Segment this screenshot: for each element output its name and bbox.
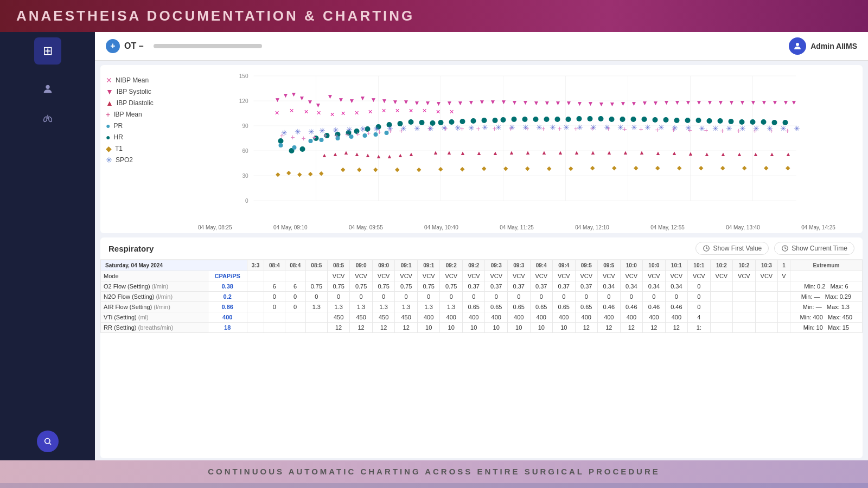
svg-text:▼: ▼ <box>414 99 420 107</box>
svg-text:✳: ✳ <box>536 123 542 132</box>
sidebar: ⊞ <box>0 32 95 460</box>
svg-text:◆: ◆ <box>503 165 508 171</box>
svg-point-42 <box>482 118 487 123</box>
show-first-value-button[interactable]: Show First Value <box>695 242 769 255</box>
show-current-time-button[interactable]: Show Current Time <box>774 242 854 255</box>
svg-text:✳: ✳ <box>333 126 339 134</box>
svg-text:▲: ▲ <box>786 151 792 157</box>
svg-point-45 <box>512 117 517 122</box>
svg-text:▼: ▼ <box>436 100 442 107</box>
content-area: + OT – Admin AIIMS ✕ NIBP Mean <box>95 32 868 460</box>
svg-text:✳: ✳ <box>346 125 353 134</box>
svg-text:◆: ◆ <box>276 171 280 177</box>
svg-text:◆: ◆ <box>525 165 530 171</box>
legend-hr: ● HR <box>106 133 176 142</box>
svg-text:▲: ▲ <box>354 151 360 157</box>
row-label: RR (Setting) (breaths/min) <box>101 323 208 333</box>
svg-text:+: + <box>367 129 371 137</box>
svg-text:✕: ✕ <box>381 107 386 114</box>
t1-dots: ◆◆◆ ◆◆ ◆◆◆ ◆◆◆ ◆◆◆ ◆◆◆ ◆◆◆ ◆◆◆ ◆◆◆ ◆ <box>276 164 790 177</box>
svg-text:✕: ✕ <box>289 107 294 114</box>
svg-text:▼: ▼ <box>544 99 551 107</box>
svg-point-57 <box>642 117 647 122</box>
svg-text:◆: ◆ <box>655 164 660 171</box>
svg-text:◆: ◆ <box>395 166 400 172</box>
svg-text:✳: ✳ <box>577 123 583 132</box>
sidebar-item-user[interactable] <box>37 78 59 100</box>
x-axis-labels: 04 May, 08:25 04 May, 09:10 04 May, 09:5… <box>176 224 857 230</box>
svg-text:▼: ▼ <box>291 91 297 98</box>
svg-point-68 <box>761 119 767 125</box>
svg-point-76 <box>349 134 354 139</box>
svg-text:◆: ◆ <box>612 164 617 171</box>
sidebar-logo[interactable]: ⊞ <box>34 37 61 65</box>
svg-point-62 <box>696 118 701 123</box>
svg-text:✳: ✳ <box>590 123 597 132</box>
svg-text:✳: ✳ <box>550 123 556 132</box>
table-row: O2 Flow (Setting) (l/min) 0.38 6 6 0.75 … <box>101 281 863 292</box>
sidebar-item-lungs[interactable] <box>37 108 59 130</box>
svg-text:✕: ✕ <box>409 107 413 114</box>
svg-text:◆: ◆ <box>547 165 552 171</box>
svg-point-41 <box>471 118 476 124</box>
svg-text:✕: ✕ <box>395 107 400 114</box>
svg-text:◆: ◆ <box>677 164 682 171</box>
respiratory-table-wrapper[interactable]: Saturday, 04 May 2024 3:3 08:4 08:4 08:5… <box>100 260 863 458</box>
svg-text:▼: ▼ <box>338 96 344 104</box>
svg-point-43 <box>493 118 498 123</box>
svg-point-54 <box>609 117 615 122</box>
svg-point-71 <box>279 143 283 147</box>
svg-text:+: + <box>558 124 562 133</box>
svg-text:▼: ▼ <box>620 100 627 107</box>
svg-text:▼: ▼ <box>275 96 281 104</box>
row-first-value: 18 <box>208 323 247 333</box>
svg-text:▼: ▼ <box>446 99 453 107</box>
svg-text:▲: ▲ <box>398 152 404 158</box>
svg-text:✳: ✳ <box>699 124 705 133</box>
svg-text:▲: ▲ <box>387 153 393 159</box>
svg-text:✳: ✳ <box>617 123 624 132</box>
svg-text:✳: ✳ <box>739 124 746 133</box>
svg-text:▼: ▼ <box>327 93 334 100</box>
svg-text:◆: ◆ <box>460 165 465 172</box>
svg-text:▼: ▼ <box>501 98 507 106</box>
svg-text:▼: ▼ <box>685 99 692 106</box>
svg-point-2 <box>796 43 799 46</box>
svg-text:✳: ✳ <box>685 124 692 132</box>
search-button[interactable] <box>37 431 59 452</box>
svg-text:✳: ✳ <box>658 123 665 132</box>
row-label: Mode <box>101 271 208 281</box>
svg-text:✕: ✕ <box>436 108 441 115</box>
ot-label-area: + OT – <box>106 39 262 53</box>
svg-text:▼: ▼ <box>663 99 670 106</box>
svg-text:▼: ▼ <box>533 99 540 107</box>
svg-text:✳: ✳ <box>281 129 288 137</box>
svg-point-63 <box>707 118 712 124</box>
svg-point-50 <box>566 117 571 122</box>
svg-text:✳: ✳ <box>753 124 760 133</box>
svg-text:▼: ▼ <box>642 99 648 107</box>
chart-svg-area: 150 120 90 60 30 0 <box>176 70 857 230</box>
row-first-value: 0.2 <box>208 292 247 302</box>
row-label: AIR Flow (Setting) (l/min) <box>101 302 208 312</box>
svg-text:▲: ▲ <box>737 151 743 157</box>
admin-name: Admin AIIMS <box>810 42 857 50</box>
svg-text:✕: ✕ <box>304 108 309 115</box>
svg-text:◆: ◆ <box>319 170 324 176</box>
svg-text:▼: ▼ <box>299 94 305 102</box>
svg-text:✕: ✕ <box>422 107 427 114</box>
table-row: N2O Flow (Setting) (l/min) 0.2 0 0 0 0 0… <box>101 292 863 302</box>
table-row: Mode CPAP/PS VCV VCV VCV VCV VCV VCV <box>101 271 863 281</box>
svg-text:▼: ▼ <box>631 100 637 107</box>
svg-text:▼: ▼ <box>349 97 355 105</box>
svg-text:▼: ▼ <box>609 100 616 108</box>
svg-text:✳: ✳ <box>563 123 570 132</box>
legend-ibp-mean: + IBP Mean <box>106 110 176 119</box>
svg-point-47 <box>533 117 539 122</box>
svg-text:◆: ◆ <box>699 164 704 171</box>
row-label: VTi (Setting) (ml) <box>101 312 208 323</box>
svg-text:90: 90 <box>242 123 248 129</box>
svg-text:◆: ◆ <box>590 164 595 171</box>
svg-text:▼: ▼ <box>598 100 605 108</box>
svg-text:▲: ▲ <box>639 149 645 156</box>
